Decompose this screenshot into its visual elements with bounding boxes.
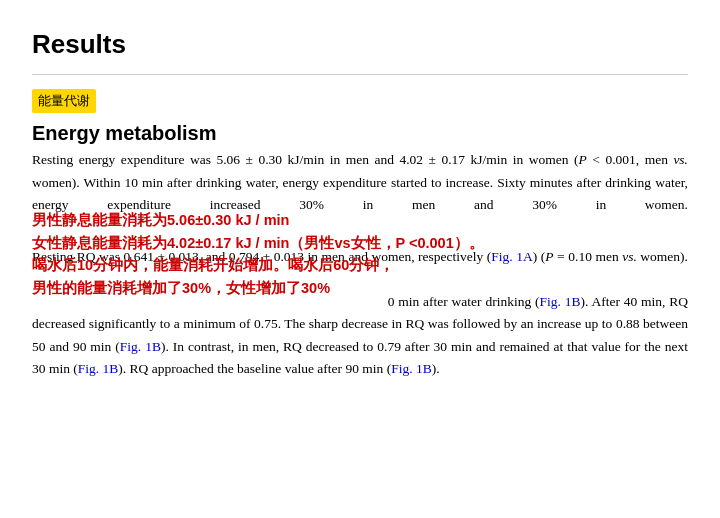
- fig-link-1b-3[interactable]: Fig. 1B: [78, 361, 119, 376]
- body-text: Resting energy expenditure was 5.06 ± 0.…: [32, 149, 688, 380]
- section-title-english: Energy metabolism: [32, 122, 217, 144]
- content-area: Resting energy expenditure was 5.06 ± 0.…: [32, 149, 688, 380]
- page-title: Results: [32, 24, 688, 66]
- fig-link-1b-4[interactable]: Fig. 1B: [391, 361, 432, 376]
- section-label-chinese: 能量代谢: [32, 89, 96, 114]
- section-header: 能量代谢 Energy metabolism: [32, 89, 688, 150]
- fig-link-1b-1[interactable]: Fig. 1B: [539, 294, 580, 309]
- section-divider: [32, 74, 688, 75]
- fig-link-1a[interactable]: Fig. 1A: [491, 249, 532, 264]
- fig-link-1b-2[interactable]: Fig. 1B: [120, 339, 161, 354]
